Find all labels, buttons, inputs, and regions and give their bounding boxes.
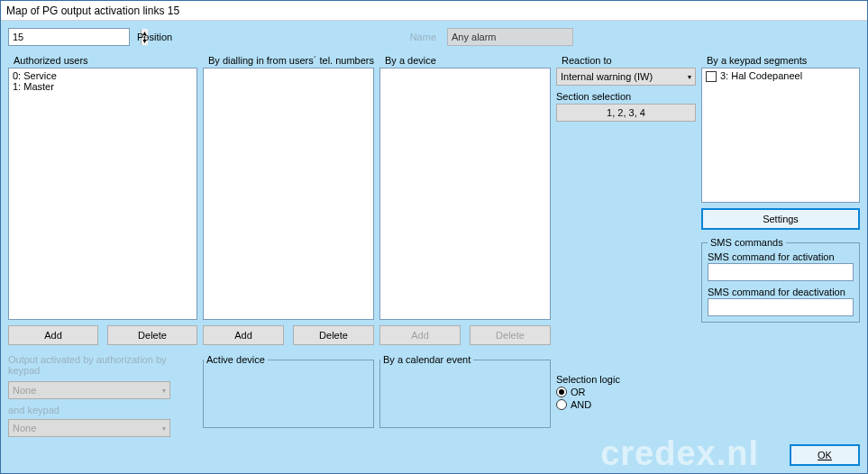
auth-users-label: Authorized users (8, 55, 197, 66)
keypad-label: By a keypad segments (701, 55, 860, 66)
active-device-label: Active device (204, 354, 268, 365)
by-device-buttons: Add Delete (379, 325, 551, 345)
window-title: Map of PG output activation links 15 (6, 5, 179, 17)
list-item[interactable]: 0: Service (13, 70, 193, 81)
by-device-label: By a device (379, 55, 551, 66)
sms-deactivation-input[interactable] (708, 298, 854, 316)
section-selection-value: 1, 2, 3, 4 (607, 107, 645, 118)
active-device-box: Active device (203, 354, 374, 428)
window: Map of PG output activation links 15 ▲ ▼… (0, 0, 868, 474)
delete-button[interactable]: Delete (107, 325, 197, 345)
radio-and-label: AND (571, 399, 591, 410)
add-button[interactable]: Add (8, 325, 98, 345)
client-area: ▲ ▼ Position Name Authorized users 0: Se… (1, 21, 867, 473)
section-selection-box[interactable]: 1, 2, 3, 4 (556, 104, 696, 122)
delete-button[interactable]: Delete (293, 325, 374, 345)
name-label: Name (410, 32, 436, 42)
col-reaction: Reaction to Internal warning (IW) ▾ Sect… (556, 55, 696, 466)
by-device-list[interactable] (379, 68, 551, 320)
delete-button: Delete (470, 325, 551, 345)
checkbox-icon[interactable] (706, 71, 717, 82)
selection-logic-label: Selection logic (556, 374, 696, 385)
col-by-device: By a device Add Delete By a calendar eve… (379, 55, 551, 466)
dropdown-value: None (13, 385, 36, 396)
auth-keypad-dropdown-2: None ▾ (8, 419, 170, 437)
col-auth-users: Authorized users 0: Service 1: Master Ad… (8, 55, 197, 466)
ok-button[interactable]: OK (790, 444, 860, 466)
col-dialling: By dialling in from users´ tel. numbers … (203, 55, 374, 466)
col-keypad: By a keypad segments 3: Hal Codepaneel S… (701, 55, 860, 466)
auth-users-buttons: Add Delete (8, 325, 197, 345)
selection-logic-group: Selection logic OR AND (556, 374, 696, 412)
position-spinner[interactable]: ▲ ▼ (8, 28, 130, 46)
calendar-label: By a calendar event (380, 354, 473, 365)
settings-button[interactable]: Settings (701, 208, 860, 230)
name-input (447, 28, 573, 46)
keypad-list[interactable]: 3: Hal Codepaneel (701, 68, 860, 203)
position-label: Position (137, 32, 172, 42)
calendar-box: By a calendar event (379, 354, 551, 428)
reaction-label: Reaction to (556, 55, 696, 66)
dialling-label: By dialling in from users´ tel. numbers (203, 55, 374, 66)
sms-activation-input[interactable] (708, 263, 854, 281)
list-item[interactable]: 1: Master (13, 81, 193, 92)
sms-group-label: SMS commands (708, 237, 786, 248)
dropdown-value: None (13, 423, 36, 433)
dialling-list[interactable] (203, 68, 374, 320)
chevron-down-icon: ▾ (688, 73, 691, 81)
keypad-item-label: 3: Hal Codepaneel (720, 70, 802, 81)
radio-and[interactable] (556, 399, 567, 410)
titlebar: Map of PG output activation links 15 (1, 1, 867, 21)
add-button[interactable]: Add (203, 325, 284, 345)
radio-or-label: OR (571, 387, 586, 397)
list-item[interactable]: 3: Hal Codepaneel (706, 70, 855, 82)
radio-or[interactable] (556, 387, 567, 397)
chevron-down-icon: ▾ (162, 387, 166, 395)
dropdown-value: Internal warning (IW) (561, 71, 653, 82)
position-input[interactable] (9, 29, 141, 45)
auth-by-keypad-label: Output activated by authorization by key… (8, 354, 197, 376)
auth-users-list[interactable]: 0: Service 1: Master (8, 68, 197, 320)
section-selection-label: Section selection (556, 91, 696, 102)
auth-keypad-dropdown-1: None ▾ (8, 381, 170, 399)
sms-activation-label: SMS command for activation (708, 251, 854, 262)
main-area: Authorized users 0: Service 1: Master Ad… (8, 55, 860, 466)
chevron-down-icon: ▾ (162, 424, 166, 433)
sms-deactivation-label: SMS command for deactivation (708, 287, 854, 297)
radio-and-row[interactable]: AND (556, 399, 696, 410)
top-row: ▲ ▼ Position Name (8, 28, 860, 46)
reaction-dropdown[interactable]: Internal warning (IW) ▾ (556, 68, 696, 86)
radio-or-row[interactable]: OR (556, 387, 696, 397)
add-button: Add (379, 325, 461, 345)
sms-group: SMS commands SMS command for activation … (701, 237, 860, 323)
dialling-buttons: Add Delete (203, 325, 374, 345)
ok-label: OK (818, 450, 832, 460)
and-keypad-label: and keypad (8, 405, 197, 415)
